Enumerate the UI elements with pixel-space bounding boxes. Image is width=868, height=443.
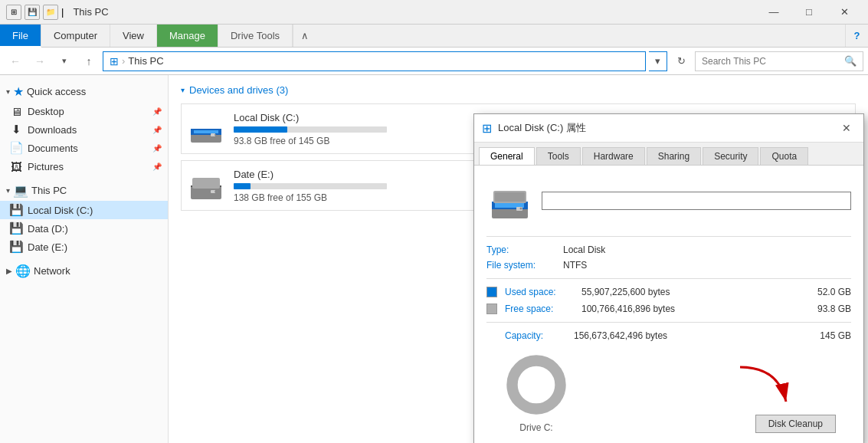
desktop-pin: 📌 bbox=[152, 107, 162, 116]
devices-section-header[interactable]: ▾ Devices and drives (3) bbox=[181, 84, 856, 96]
sidebar-item-downloads[interactable]: ⬇ Downloads 📌 bbox=[0, 120, 168, 139]
free-label: Free space: bbox=[505, 304, 574, 314]
this-pc-icon: 💻 bbox=[13, 183, 28, 198]
expand-button[interactable]: ▾ bbox=[54, 51, 75, 72]
network-header[interactable]: ▶ 🌐 Network bbox=[0, 261, 168, 281]
tab-manage[interactable]: Manage bbox=[157, 25, 218, 47]
tab-tools[interactable]: Tools bbox=[536, 147, 581, 165]
search-input[interactable] bbox=[702, 56, 844, 67]
tab-hardware[interactable]: Hardware bbox=[582, 147, 645, 165]
tab-security[interactable]: Security bbox=[703, 147, 758, 165]
breadcrumb-separator: › bbox=[122, 55, 125, 67]
minimize-button[interactable]: — bbox=[756, 0, 791, 25]
svg-rect-2 bbox=[194, 130, 218, 133]
tab-sharing[interactable]: Sharing bbox=[647, 147, 701, 165]
used-color-swatch bbox=[486, 287, 497, 297]
date-e-icon: 💾 bbox=[9, 240, 23, 254]
search-box[interactable]: 🔍 bbox=[695, 51, 863, 71]
disk-cleanup-button[interactable]: Disk Cleanup bbox=[755, 415, 836, 433]
folder-icon[interactable]: 📁 bbox=[43, 5, 58, 20]
this-pc-chevron: ▾ bbox=[6, 186, 10, 195]
quick-access-icon: ★ bbox=[13, 84, 24, 99]
dialog-body: Type: Local Disk File system: NTFS Used … bbox=[474, 166, 863, 443]
downloads-label: Downloads bbox=[28, 124, 148, 136]
free-gb: 93.8 GB bbox=[805, 304, 851, 314]
network-icon: 🌐 bbox=[15, 264, 31, 278]
capacity-bytes: 156,673,642,496 bytes bbox=[574, 330, 798, 341]
ribbon-expand-button[interactable]: ∧ bbox=[293, 25, 316, 47]
window-controls: — □ ✕ bbox=[756, 0, 862, 25]
data-d-label: Data (D:) bbox=[28, 223, 162, 235]
ribbon: File Computer View Manage Drive Tools ∧ … bbox=[0, 25, 868, 48]
tab-view[interactable]: View bbox=[110, 25, 157, 47]
back-button[interactable]: ← bbox=[5, 51, 26, 72]
drive-c-bar-container bbox=[234, 126, 387, 133]
divider-2 bbox=[486, 278, 851, 279]
refresh-button[interactable]: ↻ bbox=[670, 51, 692, 72]
close-button[interactable]: ✕ bbox=[827, 0, 862, 25]
up-button[interactable]: ↑ bbox=[78, 51, 100, 72]
this-pc-header[interactable]: ▾ 💻 This PC bbox=[0, 180, 168, 201]
tab-computer[interactable]: Computer bbox=[41, 25, 110, 47]
sidebar-item-local-c[interactable]: 💾 Local Disk (C:) bbox=[0, 201, 168, 219]
chart-area: Drive C: Disk Cleanup bbox=[486, 350, 851, 433]
dialog-title: Local Disk (C:) 属性 bbox=[498, 121, 831, 135]
save-icon[interactable]: 💾 bbox=[25, 5, 40, 20]
filesystem-label: File system: bbox=[486, 260, 563, 271]
tab-drive-tools[interactable]: Drive Tools bbox=[218, 25, 293, 47]
sidebar-item-date-e[interactable]: 💾 Date (E:) bbox=[0, 238, 168, 256]
dialog-close-button[interactable]: ✕ bbox=[837, 119, 856, 137]
free-bytes: 100,766,416,896 bytes bbox=[581, 304, 798, 314]
forward-button[interactable]: → bbox=[29, 51, 51, 72]
drive-name-input[interactable] bbox=[542, 192, 851, 210]
drive-e-bar bbox=[234, 183, 251, 189]
title-separator: | bbox=[61, 6, 64, 18]
quick-access-label: Quick access bbox=[27, 86, 86, 97]
help-button[interactable]: ? bbox=[845, 25, 868, 47]
type-label: Type: bbox=[486, 244, 563, 255]
drive-c-bar bbox=[234, 126, 287, 133]
address-path[interactable]: ⊞ › This PC bbox=[103, 51, 646, 71]
sidebar-item-documents[interactable]: 📄 Documents 📌 bbox=[0, 139, 168, 157]
used-gb: 52.0 GB bbox=[805, 287, 851, 297]
used-bytes: 55,907,225,600 bytes bbox=[581, 287, 798, 297]
dialog-drive-header bbox=[486, 178, 851, 224]
svg-point-4 bbox=[215, 134, 216, 136]
properties-dialog[interactable]: ⊞ Local Disk (C:) 属性 ✕ General Tools Har… bbox=[473, 113, 864, 443]
dialog-titlebar: ⊞ Local Disk (C:) 属性 ✕ bbox=[474, 114, 863, 143]
filesystem-value: NTFS bbox=[563, 260, 587, 271]
address-dropdown[interactable]: ▾ bbox=[649, 51, 667, 71]
sidebar-item-desktop[interactable]: 🖥 Desktop 📌 bbox=[0, 102, 168, 120]
tab-file[interactable]: File bbox=[0, 25, 41, 48]
tab-general[interactable]: General bbox=[479, 147, 535, 165]
quick-access-header[interactable]: ▾ ★ Quick access bbox=[0, 81, 168, 102]
svg-point-14 bbox=[519, 207, 522, 209]
free-space-row: Free space: 100,766,416,896 bytes 93.8 G… bbox=[486, 304, 851, 314]
documents-pin: 📌 bbox=[152, 144, 162, 153]
capacity-label: Capacity: bbox=[505, 330, 566, 341]
dialog-drive-icon bbox=[486, 178, 532, 224]
sidebar-item-pictures[interactable]: 🖼 Pictures 📌 bbox=[0, 157, 168, 176]
donut-container: Drive C: bbox=[502, 350, 571, 433]
arrow-svg bbox=[732, 359, 801, 413]
maximize-button[interactable]: □ bbox=[791, 0, 827, 25]
downloads-pin: 📌 bbox=[152, 126, 162, 134]
type-row: Type: Local Disk bbox=[486, 244, 851, 255]
documents-icon: 📄 bbox=[9, 141, 23, 155]
pictures-label: Pictures bbox=[28, 161, 148, 172]
quick-access-chevron: ▾ bbox=[6, 87, 10, 96]
dialog-win-icon: ⊞ bbox=[482, 121, 492, 136]
drive-c-icon bbox=[188, 110, 224, 147]
sidebar-item-data-d[interactable]: 💾 Data (D:) bbox=[0, 219, 168, 238]
svg-rect-16 bbox=[495, 192, 525, 202]
used-space-row: Used space: 55,907,225,600 bytes 52.0 GB bbox=[486, 287, 851, 297]
tab-quota[interactable]: Quota bbox=[760, 147, 808, 165]
svg-point-19 bbox=[519, 368, 552, 401]
local-c-label: Local Disk (C:) bbox=[28, 205, 162, 216]
pc-icon: ⊞ bbox=[110, 55, 119, 67]
section-label: Devices and drives (3) bbox=[189, 84, 288, 96]
filesystem-row: File system: NTFS bbox=[486, 260, 851, 271]
downloads-icon: ⬇ bbox=[9, 123, 23, 136]
local-c-icon: 💾 bbox=[9, 203, 23, 217]
svg-point-8 bbox=[215, 191, 216, 192]
